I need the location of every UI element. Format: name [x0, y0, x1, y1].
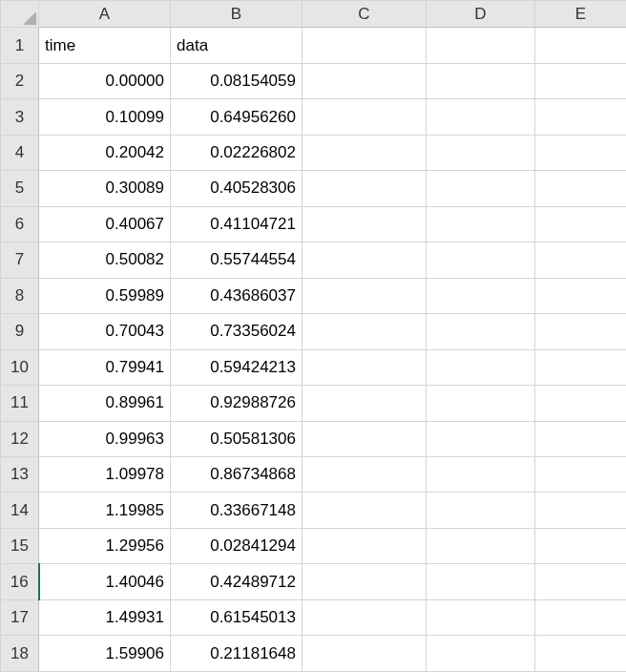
cell-a9[interactable]: 0.70043	[39, 314, 171, 349]
cell-d14[interactable]	[427, 493, 535, 528]
row-header-14[interactable]: 14	[1, 493, 39, 528]
row-header-16[interactable]: 16	[1, 564, 39, 599]
cell-d9[interactable]	[427, 314, 535, 349]
cell-b11[interactable]: 0.92988726	[171, 386, 303, 421]
cell-b8[interactable]: 0.43686037	[171, 278, 303, 313]
cell-d6[interactable]	[427, 206, 535, 242]
cell-e7[interactable]	[535, 242, 627, 278]
cell-e11[interactable]	[535, 386, 627, 421]
cell-b10[interactable]: 0.59424213	[171, 349, 303, 385]
cell-b2[interactable]: 0.08154059	[171, 63, 303, 98]
row-header-4[interactable]: 4	[1, 135, 39, 170]
cell-e15[interactable]	[535, 528, 627, 563]
cell-a18[interactable]: 1.59906	[39, 636, 171, 672]
cell-e16[interactable]	[535, 564, 627, 599]
column-header-e[interactable]: E	[535, 1, 627, 28]
row-header-10[interactable]: 10	[1, 349, 39, 385]
row-header-17[interactable]: 17	[1, 599, 39, 635]
cell-b18[interactable]: 0.21181648	[171, 636, 303, 672]
cell-a16[interactable]: 1.40046	[39, 564, 171, 599]
cell-c4[interactable]	[303, 135, 427, 170]
cell-d10[interactable]	[427, 349, 535, 385]
column-header-c[interactable]: C	[303, 1, 427, 28]
cell-a5[interactable]: 0.30089	[39, 171, 171, 206]
cell-b15[interactable]: 0.02841294	[171, 528, 303, 563]
cell-a7[interactable]: 0.50082	[39, 242, 171, 278]
cell-a2[interactable]: 0.00000	[39, 63, 171, 98]
cell-c14[interactable]	[303, 493, 427, 528]
cell-c3[interactable]	[303, 99, 427, 135]
cell-a8[interactable]: 0.59989	[39, 278, 171, 313]
cell-d12[interactable]	[427, 421, 535, 456]
cell-b14[interactable]: 0.33667148	[171, 493, 303, 528]
cell-d13[interactable]	[427, 456, 535, 492]
cell-e5[interactable]	[535, 171, 627, 206]
cell-c11[interactable]	[303, 386, 427, 421]
cell-b6[interactable]: 0.41104721	[171, 206, 303, 242]
cell-b17[interactable]: 0.61545013	[171, 599, 303, 635]
row-header-9[interactable]: 9	[1, 314, 39, 349]
row-header-12[interactable]: 12	[1, 421, 39, 456]
cell-e13[interactable]	[535, 456, 627, 492]
cell-b1[interactable]: data	[171, 28, 303, 63]
cell-a1[interactable]: time	[39, 28, 171, 63]
cell-a11[interactable]: 0.89961	[39, 386, 171, 421]
cell-d5[interactable]	[427, 171, 535, 206]
row-header-7[interactable]: 7	[1, 242, 39, 278]
column-header-b[interactable]: B	[171, 1, 303, 28]
cell-c13[interactable]	[303, 456, 427, 492]
cell-c17[interactable]	[303, 599, 427, 635]
cell-a3[interactable]: 0.10099	[39, 99, 171, 135]
cell-c2[interactable]	[303, 63, 427, 98]
cell-e2[interactable]	[535, 63, 627, 98]
row-header-13[interactable]: 13	[1, 456, 39, 492]
cell-c1[interactable]	[303, 28, 427, 63]
cell-d4[interactable]	[427, 135, 535, 170]
cell-b13[interactable]: 0.86734868	[171, 456, 303, 492]
row-header-15[interactable]: 15	[1, 528, 39, 563]
cell-c12[interactable]	[303, 421, 427, 456]
cell-b4[interactable]: 0.02226802	[171, 135, 303, 170]
cell-e10[interactable]	[535, 349, 627, 385]
cell-a6[interactable]: 0.40067	[39, 206, 171, 242]
cell-d1[interactable]	[427, 28, 535, 63]
cell-d2[interactable]	[427, 63, 535, 98]
cell-c9[interactable]	[303, 314, 427, 349]
row-header-8[interactable]: 8	[1, 278, 39, 313]
cell-c5[interactable]	[303, 171, 427, 206]
cell-d8[interactable]	[427, 278, 535, 313]
cell-a17[interactable]: 1.49931	[39, 599, 171, 635]
cell-e8[interactable]	[535, 278, 627, 313]
cell-e4[interactable]	[535, 135, 627, 170]
cell-a10[interactable]: 0.79941	[39, 349, 171, 385]
cell-e1[interactable]	[535, 28, 627, 63]
cell-e14[interactable]	[535, 493, 627, 528]
cell-c16[interactable]	[303, 564, 427, 599]
cell-c18[interactable]	[303, 636, 427, 672]
cell-e12[interactable]	[535, 421, 627, 456]
column-header-d[interactable]: D	[427, 1, 535, 28]
cell-c15[interactable]	[303, 528, 427, 563]
row-header-3[interactable]: 3	[1, 99, 39, 135]
cell-c10[interactable]	[303, 349, 427, 385]
select-all-corner[interactable]	[1, 1, 39, 28]
cell-a12[interactable]: 0.99963	[39, 421, 171, 456]
cell-a15[interactable]: 1.29956	[39, 528, 171, 563]
row-header-2[interactable]: 2	[1, 63, 39, 98]
cell-d18[interactable]	[427, 636, 535, 672]
cell-b5[interactable]: 0.40528306	[171, 171, 303, 206]
cell-b16[interactable]: 0.42489712	[171, 564, 303, 599]
cell-c8[interactable]	[303, 278, 427, 313]
cell-c6[interactable]	[303, 206, 427, 242]
cell-b12[interactable]: 0.50581306	[171, 421, 303, 456]
cell-b3[interactable]: 0.64956260	[171, 99, 303, 135]
row-header-11[interactable]: 11	[1, 386, 39, 421]
row-header-1[interactable]: 1	[1, 28, 39, 63]
row-header-18[interactable]: 18	[1, 636, 39, 672]
cell-a13[interactable]: 1.09978	[39, 456, 171, 492]
cell-e18[interactable]	[535, 636, 627, 672]
row-header-6[interactable]: 6	[1, 206, 39, 242]
cell-b7[interactable]: 0.55744554	[171, 242, 303, 278]
cell-d7[interactable]	[427, 242, 535, 278]
cell-e6[interactable]	[535, 206, 627, 242]
